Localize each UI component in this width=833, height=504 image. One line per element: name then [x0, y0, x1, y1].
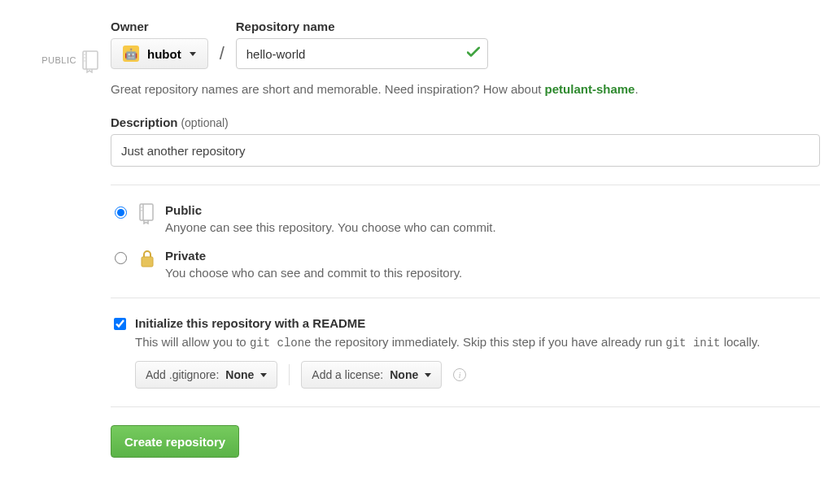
- separator: [111, 298, 820, 298]
- svg-point-7: [141, 206, 142, 208]
- suggestion-link[interactable]: petulant-shame: [545, 82, 635, 96]
- private-title: Private: [165, 249, 820, 263]
- separator: [111, 185, 820, 185]
- separator: [111, 406, 820, 407]
- init-readme-desc: This will allow you to git clone the rep…: [135, 335, 760, 350]
- slash-separator: /: [216, 43, 228, 69]
- create-repository-button[interactable]: Create repository: [111, 425, 239, 458]
- svg-point-8: [141, 210, 142, 211]
- svg-point-2: [84, 54, 85, 55]
- license-dropdown[interactable]: Add a license: None: [301, 361, 442, 389]
- public-label: PUBLIC: [41, 50, 76, 70]
- public-title: Public: [165, 203, 820, 217]
- repo-public-icon: [137, 203, 157, 224]
- chevron-down-icon: [190, 52, 196, 56]
- optional-label: (optional): [181, 116, 228, 129]
- repo-icon: [81, 50, 101, 73]
- separator: [289, 364, 290, 385]
- description-input[interactable]: [111, 134, 820, 167]
- description-label: Description: [111, 115, 178, 129]
- avatar: 🤖: [123, 46, 139, 62]
- owner-dropdown[interactable]: 🤖 hubot: [111, 38, 208, 69]
- gitignore-dropdown[interactable]: Add .gitignore: None: [135, 361, 277, 389]
- visibility-private-radio[interactable]: [115, 252, 127, 264]
- chevron-down-icon: [425, 373, 431, 377]
- visibility-public-radio[interactable]: [115, 206, 127, 219]
- svg-point-4: [84, 60, 85, 62]
- chevron-down-icon: [260, 373, 267, 377]
- svg-rect-9: [142, 257, 153, 267]
- svg-rect-0: [83, 51, 98, 69]
- init-readme-title: Initialize this repository with a README: [135, 316, 760, 330]
- owner-name: hubot: [147, 47, 181, 61]
- owner-label: Owner: [111, 20, 208, 33]
- public-desc: Anyone can see this repository. You choo…: [165, 220, 820, 234]
- info-icon[interactable]: i: [453, 368, 466, 381]
- private-desc: You choose who can see and commit to thi…: [165, 266, 820, 280]
- hint-text: Great repository names are short and mem…: [111, 82, 820, 96]
- svg-point-3: [84, 57, 85, 59]
- svg-rect-5: [140, 204, 153, 220]
- init-readme-checkbox[interactable]: [114, 318, 126, 330]
- check-icon: [467, 47, 480, 61]
- repo-name-input[interactable]: [236, 38, 488, 69]
- lock-icon: [137, 249, 157, 268]
- repo-name-label: Repository name: [236, 20, 488, 33]
